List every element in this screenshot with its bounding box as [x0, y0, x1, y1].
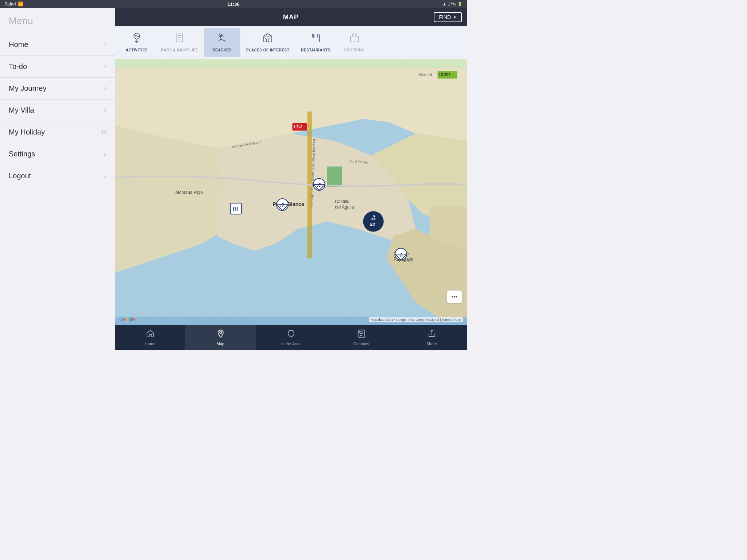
chevron-icon-settings: › [104, 150, 106, 158]
location-icon: ▲ [442, 2, 446, 6]
tab-activities[interactable]: ACTIVITIES [119, 28, 155, 57]
share-nav-icon [427, 329, 436, 340]
svg-text:🏖: 🏖 [371, 215, 376, 221]
find-button[interactable]: FIND ▼ [434, 12, 462, 22]
svg-rect-5 [351, 36, 359, 42]
svg-text:🏖: 🏖 [317, 182, 321, 188]
bars-icon [174, 32, 185, 46]
beaches-label: BEACHES [213, 48, 232, 52]
safari-label: Safari [4, 1, 16, 7]
battery-percent: 17% [448, 2, 456, 6]
status-bar: Safari 📶 11:36 ▲ 17% 🔋 [0, 0, 467, 8]
svg-point-47 [359, 331, 360, 332]
more-button[interactable]: ••• [446, 290, 462, 303]
restaurants-label: RESTAURANTS [301, 48, 330, 52]
tab-bars[interactable]: BARS & NIGHTLIFE [155, 28, 204, 57]
bottom-nav-inthearea[interactable]: In the Area [256, 325, 326, 350]
svg-text:Montaña Roja: Montaña Roja [175, 190, 203, 195]
sidebar-item-logout[interactable]: Logout › [0, 165, 115, 187]
sidebar-label-myholiday: My Holiday [9, 128, 45, 136]
map-nav-label: Map [217, 342, 224, 346]
sidebar-item-todo[interactable]: To-do › [0, 56, 115, 78]
sidebar-item-myholiday[interactable]: My Holiday ⧉ [0, 121, 115, 143]
status-left: Safari 📶 [4, 1, 23, 7]
inthearea-nav-label: In the Area [281, 342, 301, 346]
places-label: PLACES OF INTEREST [246, 48, 289, 52]
svg-text:LZ-702: LZ-702 [439, 73, 451, 77]
shopping-icon [349, 32, 360, 46]
svg-rect-6 [353, 34, 356, 36]
svg-text:del Aguila: del Aguila [335, 205, 354, 210]
menu-title: Menu [0, 15, 115, 34]
svg-text:LZ-2: LZ-2 [294, 125, 302, 129]
status-right: ▲ 17% 🔋 [442, 2, 462, 7]
sidebar-label-settings: Settings [9, 150, 35, 158]
activities-label: ACTIVITIES [126, 48, 148, 52]
wifi-icon: 📶 [18, 1, 23, 7]
chevron-icon-myjourney: › [104, 85, 106, 92]
sidebar-item-myjourney[interactable]: My Journey › [0, 78, 115, 100]
tab-restaurants[interactable]: RESTAURANTS [295, 28, 336, 57]
sidebar-item-myvilla[interactable]: My Villa › [0, 100, 115, 121]
restaurants-icon [310, 32, 321, 46]
bars-label: BARS & NIGHTLIFE [161, 48, 198, 52]
find-label: FIND [439, 14, 451, 20]
bottom-nav-contacts[interactable]: Contacts [326, 325, 396, 350]
chevron-icon-myvilla: › [104, 106, 106, 114]
battery-icon: 🔋 [457, 2, 462, 7]
category-tabs: ACTIVITIES BARS & NIGHTLIFE [115, 26, 467, 59]
tab-shopping[interactable]: SHOPPING [336, 28, 373, 57]
sidebar-label-todo: To-do [9, 62, 27, 71]
places-icon [262, 32, 273, 46]
google-brand: Google [119, 316, 135, 322]
top-nav: MAP FIND ▼ [115, 8, 467, 26]
bottom-nav-share[interactable]: Share [396, 325, 467, 350]
contacts-nav-label: Contacts [353, 342, 369, 346]
svg-rect-4 [267, 39, 269, 42]
tab-places[interactable]: PLACES OF INTEREST [240, 28, 295, 57]
chevron-icon-logout: › [104, 172, 106, 180]
svg-text:Maclot: Maclot [419, 72, 432, 77]
svg-text:⊞: ⊞ [233, 205, 238, 213]
svg-rect-14 [327, 167, 342, 187]
svg-point-36 [363, 211, 384, 232]
bottom-nav-home[interactable]: Home [115, 325, 185, 350]
home-nav-icon [146, 329, 155, 340]
home-nav-label: Home [145, 342, 155, 346]
beaches-icon [217, 32, 228, 46]
contacts-nav-icon [357, 329, 366, 340]
sidebar-label-myvilla: My Villa [9, 106, 34, 114]
svg-point-44 [220, 332, 221, 334]
svg-text:x2: x2 [370, 222, 375, 227]
chevron-icon-todo: › [104, 63, 106, 70]
copy-icon-myholiday: ⧉ [101, 128, 106, 136]
main-layout: Menu Home › To-do › My Journey › My Vill… [0, 8, 467, 350]
svg-text:🏖: 🏖 [398, 252, 403, 257]
shopping-label: SHOPPING [344, 48, 365, 52]
sidebar: Menu Home › To-do › My Journey › My Vill… [0, 8, 115, 350]
activities-icon [131, 32, 142, 46]
map-area[interactable]: Corralejo - Playa Blanca (Fred Olsen Exp… [115, 59, 467, 325]
sidebar-label-logout: Logout [9, 172, 31, 180]
page-title: MAP [283, 13, 299, 21]
right-panel: MAP FIND ▼ ACTIVITIES [115, 8, 467, 350]
sidebar-label-myjourney: My Journey [9, 84, 46, 93]
status-time: 11:36 [227, 1, 239, 7]
find-caret-icon: ▼ [453, 15, 457, 19]
bottom-nav: Home Map In the Area [115, 325, 467, 350]
tab-beaches[interactable]: BEACHES [204, 28, 240, 57]
map-attribution: Map data ©2017 Google, Inst. Geogr. Naci… [369, 317, 463, 322]
bottom-nav-map[interactable]: Map [185, 325, 256, 350]
inthearea-nav-icon [287, 329, 295, 340]
sidebar-item-settings[interactable]: Settings › [0, 143, 115, 165]
sidebar-item-home[interactable]: Home › [0, 34, 115, 56]
sidebar-label-home: Home [9, 40, 28, 49]
chevron-icon-home: › [104, 41, 106, 48]
share-nav-label: Share [426, 342, 437, 346]
svg-text:Castillo: Castillo [335, 199, 349, 204]
map-nav-icon [216, 329, 225, 340]
svg-text:🏖: 🏖 [280, 202, 285, 208]
